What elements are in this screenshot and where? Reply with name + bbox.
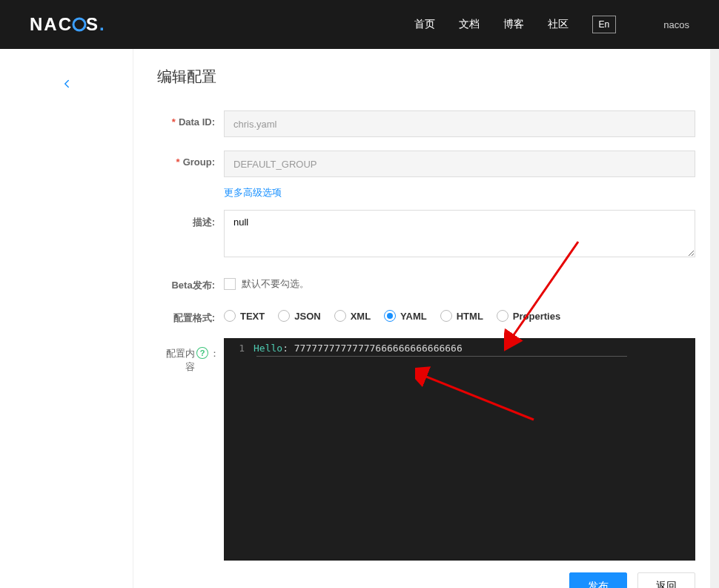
line-number: 1 bbox=[224, 343, 254, 354]
nav-community[interactable]: 社区 bbox=[548, 18, 569, 31]
label-group: *Group: bbox=[157, 151, 224, 168]
form-row-format: 配置格式: TEXT JSON XML YAML HTML Properties bbox=[157, 305, 695, 325]
help-icon[interactable]: ? bbox=[196, 347, 208, 359]
editor-line-1: Hello: 77777777777777666666666666666 bbox=[254, 343, 463, 354]
label-format: 配置格式: bbox=[157, 305, 224, 325]
form-row-description: 描述: null bbox=[157, 210, 695, 260]
app-header: NACS. 首页 文档 博客 社区 En nacos bbox=[0, 0, 719, 49]
advanced-options-row: 更多高级选项 bbox=[157, 183, 695, 199]
user-name[interactable]: nacos bbox=[663, 19, 689, 30]
language-toggle[interactable]: En bbox=[592, 16, 617, 33]
chevron-left-icon bbox=[60, 77, 73, 90]
code-editor[interactable]: 1 Hello: 77777777777777666666666666666 bbox=[224, 338, 695, 561]
back-button[interactable]: 返回 bbox=[637, 572, 695, 588]
radio-properties[interactable]: Properties bbox=[497, 310, 560, 322]
form-row-dataid: *Data ID: bbox=[157, 110, 695, 137]
label-content: 配置内容 ? ： bbox=[157, 338, 224, 561]
publish-button[interactable]: 发布 bbox=[569, 572, 627, 588]
label-beta: Beta发布: bbox=[157, 273, 224, 292]
input-description[interactable]: null bbox=[224, 210, 695, 257]
form-row-beta: Beta发布: 默认不要勾选。 bbox=[157, 273, 695, 292]
label-dataid: *Data ID: bbox=[157, 110, 224, 128]
radio-html[interactable]: HTML bbox=[440, 310, 483, 322]
radio-yaml[interactable]: YAML bbox=[384, 310, 427, 322]
logo: NACS. bbox=[30, 14, 106, 35]
footer-buttons: 发布 返回 bbox=[157, 572, 695, 588]
logo-text: NACS. bbox=[30, 14, 106, 35]
main-content: 编辑配置 *Data ID: *Group: 更多高级选项 描述: null bbox=[133, 49, 719, 588]
sidebar bbox=[0, 49, 133, 588]
input-dataid[interactable] bbox=[224, 110, 695, 137]
editor-row: 配置内容 ? ： 1 Hello: 7777777777777766666666… bbox=[157, 338, 695, 561]
nav-home[interactable]: 首页 bbox=[414, 18, 435, 31]
back-arrow-button[interactable] bbox=[0, 71, 133, 96]
body-container: 编辑配置 *Data ID: *Group: 更多高级选项 描述: null bbox=[0, 49, 719, 588]
checkbox-beta[interactable] bbox=[224, 278, 236, 290]
beta-hint: 默认不要勾选。 bbox=[242, 277, 309, 291]
main-nav: 首页 文档 博客 社区 En nacos bbox=[414, 16, 689, 33]
radio-group-format: TEXT JSON XML YAML HTML Properties bbox=[224, 305, 695, 322]
radio-xml[interactable]: XML bbox=[334, 310, 371, 322]
page-title: 编辑配置 bbox=[157, 67, 695, 87]
label-description: 描述: bbox=[157, 210, 224, 229]
input-group[interactable] bbox=[224, 151, 695, 177]
nav-blog[interactable]: 博客 bbox=[503, 18, 524, 31]
radio-text[interactable]: TEXT bbox=[224, 310, 265, 322]
svg-point-0 bbox=[73, 19, 85, 30]
nav-docs[interactable]: 文档 bbox=[459, 18, 480, 31]
radio-json[interactable]: JSON bbox=[278, 310, 320, 322]
advanced-options-link[interactable]: 更多高级选项 bbox=[224, 186, 282, 199]
form-row-group: *Group: bbox=[157, 151, 695, 177]
scrollbar[interactable] bbox=[710, 49, 719, 588]
